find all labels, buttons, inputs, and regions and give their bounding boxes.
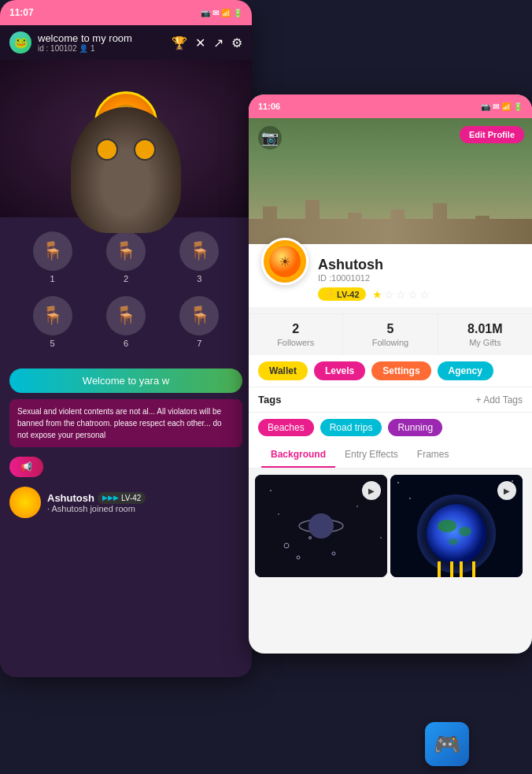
owl-eyes (71, 107, 181, 161)
rules-text: Sexual and violent contents are not al..… (17, 407, 222, 439)
seat-5[interactable]: 🪑 5 (16, 290, 89, 354)
svg-point-6 (308, 513, 334, 539)
front-mail-icon: ✉ (493, 102, 499, 111)
profile-id: ID :10001012 (318, 273, 519, 283)
svg-point-29 (409, 498, 411, 499)
seat-grid: 🪑 1 🪑 2 🪑 3 🪑 5 🪑 6 🪑 7 (0, 217, 252, 362)
levels-tab[interactable]: Levels (314, 361, 365, 380)
stat-gifts: 8.01M My Gifts (438, 314, 532, 355)
svg-point-11 (270, 490, 272, 491)
svg-text:☀: ☀ (279, 255, 290, 268)
signal-bar-icon: ▶▶▶ (102, 494, 119, 502)
following-label: Following (372, 338, 408, 347)
share-icon[interactable]: ↗ (213, 35, 224, 50)
front-battery-icon: 🔋 (513, 102, 523, 111)
stat-following: 5 Following (343, 314, 438, 355)
svg-rect-23 (450, 561, 453, 577)
svg-rect-25 (472, 561, 475, 577)
seat-7[interactable]: 🪑 7 (163, 290, 236, 354)
game-controller-app[interactable]: 🎮 (425, 722, 469, 766)
stats-row: 2 Followers 5 Following 8.01M My Gifts (249, 313, 532, 355)
svg-point-13 (357, 506, 358, 507)
edit-profile-button[interactable]: Edit Profile (460, 126, 524, 143)
seat-num-3: 3 (197, 274, 201, 283)
wallet-tab[interactable]: Wallet (258, 361, 308, 380)
svg-rect-24 (460, 561, 463, 577)
owl-eye-right (134, 139, 156, 161)
level-text: LV-42 (121, 494, 141, 502)
level-badge: ▶▶▶ LV-42 (98, 492, 146, 504)
play-btn-2[interactable]: ▶ (497, 481, 516, 500)
camera-icon-status: 📷 (201, 9, 210, 17)
tag-road-trips[interactable]: Road trips (320, 419, 382, 436)
seat-3[interactable]: 🪑 3 (163, 225, 236, 290)
tag-beaches[interactable]: Beaches (258, 419, 314, 436)
status-bar-back: 11:07 📷 ✉ 📶 🔋 (0, 0, 252, 25)
star-1: ★ (372, 288, 382, 301)
tags-row: Beaches Road trips Running (249, 413, 532, 443)
action-tabs: Wallet Levels Settings Agency (249, 355, 532, 387)
profile-name: Ashutosh (318, 257, 519, 273)
followers-value: 2 (292, 322, 299, 336)
svg-rect-22 (438, 561, 441, 577)
seat-num-1: 1 (50, 274, 55, 283)
profile-cover: 📷 Edit Profile (249, 118, 532, 244)
joining-username: Ashutosh (47, 492, 94, 504)
play-btn-1[interactable]: ▶ (362, 481, 381, 500)
user-join-message: Ashutosh ▶▶▶ LV-42 · Ashutosh joined roo… (0, 482, 252, 523)
room-background: ☀ Ashutosh (0, 60, 252, 217)
background-tabs: Background Entry Effects Frames (249, 443, 532, 468)
trophy-icon[interactable]: 🏆 (172, 35, 187, 50)
room-title: welcome to my room (38, 32, 165, 44)
battery-icon-status: 🔋 (233, 9, 242, 17)
seat-6[interactable]: 🪑 6 (89, 290, 162, 354)
front-phone: 11:06 📷 ✉ 📶 🔋 📷 Edit Profile (249, 94, 532, 654)
owl-background: ☀ Ashutosh (0, 60, 252, 217)
gamepad-icon: 🎮 (434, 731, 461, 757)
time-front: 11:06 (258, 102, 280, 111)
front-status-icons: 📷 ✉ 📶 🔋 (481, 102, 523, 111)
front-signal-icon: 📶 (501, 102, 511, 111)
announce-button[interactable]: 📢 (9, 457, 43, 477)
svg-point-20 (459, 527, 471, 536)
back-phone: 11:07 📷 ✉ 📶 🔋 🐸 welcome to my room id : … (0, 0, 252, 677)
bg-thumb-1[interactable]: ▶ (255, 475, 387, 577)
star-rating: ★ ☆ ☆ ☆ ☆ (372, 288, 430, 301)
following-value: 5 (387, 322, 394, 336)
user-name-row: Ashutosh ▶▶▶ LV-42 (47, 492, 146, 504)
chat-header-actions[interactable]: 🏆 ✕ ↗ ⚙ (172, 35, 242, 50)
rules-box: Sexual and violent contents are not al..… (9, 399, 242, 447)
chat-avatar: 🐸 (9, 31, 31, 54)
mail-icon-status: ✉ (212, 9, 219, 17)
seat-num-7: 7 (197, 339, 201, 348)
agency-tab[interactable]: Agency (438, 361, 493, 380)
signal-icon-status: 📶 (221, 9, 231, 17)
svg-point-19 (438, 520, 456, 532)
seat-1[interactable]: 🪑 1 (16, 225, 89, 290)
tab-background[interactable]: Background (261, 443, 335, 468)
owl-eye-left (96, 139, 118, 161)
settings-icon[interactable]: ⚙ (231, 35, 242, 50)
star-2: ☆ (384, 288, 394, 301)
svg-point-21 (449, 539, 458, 545)
close-icon[interactable]: ✕ (195, 35, 205, 50)
tab-entry-effects[interactable]: Entry Effects (335, 443, 408, 468)
cover-camera-icon[interactable]: 📷 (258, 126, 282, 150)
chat-info: welcome to my room id : 100102 👤 1 (38, 32, 165, 53)
time-back: 11:07 (9, 7, 34, 18)
star-5: ☆ (419, 288, 430, 301)
lightning-icon: ⚡ (324, 289, 335, 299)
level-row: ⚡ LV-42 ★ ☆ ☆ ☆ ☆ (318, 287, 519, 301)
settings-tab[interactable]: Settings (371, 361, 430, 380)
announce-icon: 📢 (20, 461, 32, 472)
followers-label: Followers (277, 338, 314, 347)
add-tags-button[interactable]: + Add Tags (476, 394, 523, 406)
profile-avatar: ☀ (261, 238, 308, 285)
level-badge-yellow: ⚡ LV-42 (318, 287, 366, 301)
user-join-info: Ashutosh ▶▶▶ LV-42 · Ashutosh joined roo… (47, 492, 146, 513)
tag-running[interactable]: Running (388, 419, 442, 436)
tab-frames[interactable]: Frames (408, 443, 459, 468)
bg-thumb-2[interactable]: ▶ (390, 475, 523, 577)
seat-2[interactable]: 🪑 2 (89, 225, 162, 290)
gifts-value: 8.01M (467, 322, 502, 336)
